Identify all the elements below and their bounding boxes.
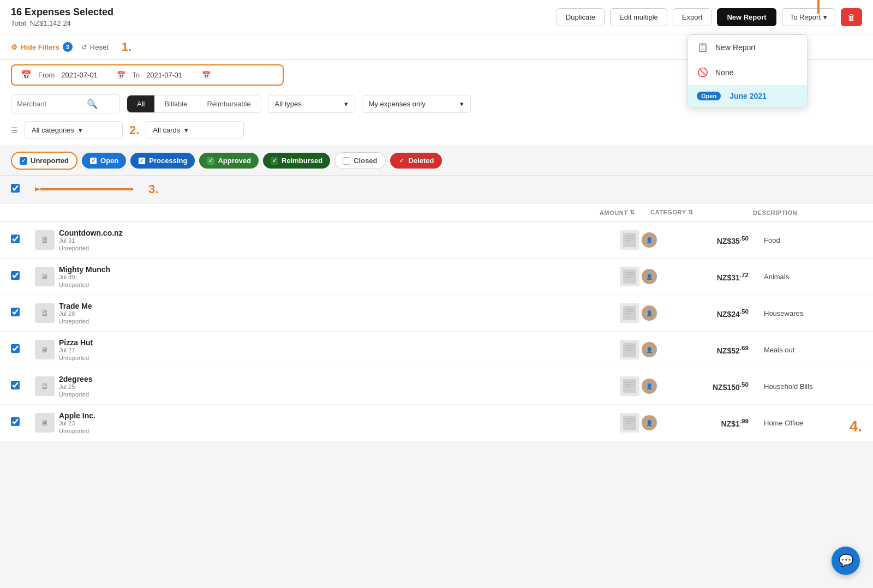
unreported-checkbox: ✓ <box>20 157 27 165</box>
new-report-icon: 📋 <box>697 41 709 53</box>
receipt-thumb-3 <box>620 303 639 323</box>
all-types-label: All types <box>275 100 302 108</box>
row-category-1: Food <box>753 236 862 244</box>
delete-button[interactable]: 🗑 <box>841 8 862 26</box>
row-checkbox-2[interactable] <box>11 271 31 282</box>
approved-label: Approved <box>218 157 251 165</box>
svg-rect-20 <box>623 379 636 393</box>
selection-title: 16 Expenses Selected <box>11 7 113 18</box>
receipt-thumb-4 <box>620 340 639 359</box>
trash-icon: 🗑 <box>847 13 856 22</box>
dropdown-june-2021[interactable]: Open June 2021 <box>688 85 807 107</box>
row-thumbnails-6: 👤 <box>620 413 657 433</box>
reimbursed-checkbox: ✓ <box>271 157 278 165</box>
date-range-box: 📅 From 📅 To 📅 <box>11 64 284 86</box>
step1-annotation: 1. <box>122 40 131 54</box>
row-merchant-3: Trade Me Jul 28 Unreported <box>59 302 615 325</box>
select-all-checkbox[interactable] <box>11 184 20 193</box>
all-types-dropdown[interactable]: All types ▾ <box>268 95 355 113</box>
selection-info: 16 Expenses Selected Total: NZ$1,142.24 <box>11 7 113 27</box>
avatar-5: 👤 <box>642 379 657 394</box>
status-chip-deleted[interactable]: ✓ Deleted <box>390 153 442 169</box>
status-chip-open[interactable]: ✓ Open <box>82 153 126 169</box>
dropdown-new-report[interactable]: 📋 New Report <box>688 35 807 60</box>
closed-label: Closed <box>354 157 377 165</box>
receipt-thumb-6 <box>620 413 639 433</box>
th-amount[interactable]: AMOUNT ⇅ <box>548 209 635 216</box>
my-expenses-dropdown[interactable]: My expenses only ▾ <box>362 95 471 113</box>
to-calendar-icon[interactable]: 📅 <box>202 71 211 79</box>
row-amount-4: NZ$52.69 <box>661 344 749 355</box>
sort-icon: ⇅ <box>630 209 635 216</box>
chevron-down-icon: ▾ <box>344 100 348 108</box>
row-checkbox-5[interactable] <box>11 381 31 392</box>
merchant-search-input[interactable] <box>17 100 82 108</box>
row-category-5: Household Bills <box>753 382 862 391</box>
status-chip-unreported[interactable]: ✓ Unreported <box>11 152 77 170</box>
sort-icon: ⇅ <box>688 209 693 215</box>
from-date-input[interactable] <box>61 71 110 79</box>
tab-billable[interactable]: Billable <box>154 95 197 112</box>
avatar-3: 👤 <box>642 305 657 321</box>
merchant-icon-2: 🖥 <box>35 267 55 286</box>
top-bar: 16 Expenses Selected Total: NZ$1,142.24 … <box>0 0 873 34</box>
status-chip-reimbursed[interactable]: ✓ Reimbursed <box>263 153 330 169</box>
row-amount-1: NZ$35.50 <box>661 235 749 245</box>
row-category-4: Meals out <box>753 346 862 354</box>
merchant-icon-5: 🖥 <box>35 376 55 396</box>
selection-total: Total: NZ$1,142.24 <box>11 19 113 27</box>
from-label: From <box>38 71 55 79</box>
all-cards-dropdown[interactable]: All cards ▾ <box>146 121 244 139</box>
duplicate-button[interactable]: Duplicate <box>557 8 605 26</box>
tab-all[interactable]: All <box>127 95 154 112</box>
row-amount-5: NZ$150.50 <box>661 381 749 392</box>
open-badge: Open <box>697 92 721 100</box>
chevron-down-icon: ▾ <box>823 13 827 21</box>
new-report-button[interactable]: New Report <box>717 8 776 26</box>
row-merchant-5: 2degrees Jul 25 Unreported <box>59 375 615 398</box>
open-checkbox: ✓ <box>89 157 97 165</box>
step2-annotation: 2. <box>129 123 139 137</box>
none-icon: 🚫 <box>697 67 709 79</box>
status-chip-processing[interactable]: ✓ Processing <box>130 153 195 169</box>
row-checkbox-3[interactable] <box>11 308 31 319</box>
filter-icon2: ☰ <box>11 126 18 135</box>
row-amount-2: NZ$31.72 <box>661 271 749 282</box>
select-all-arrow <box>35 181 144 197</box>
deleted-label: Deleted <box>409 157 434 165</box>
filter-icon: ⚙ <box>11 43 17 51</box>
row-checkbox-1[interactable] <box>11 235 31 245</box>
row-merchant-4: Pizza Hut Jul 27 Unreported <box>59 338 615 361</box>
tab-reimbursable[interactable]: Reimbursable <box>197 95 260 112</box>
th-category[interactable]: CATEGORY ⇅ <box>639 209 749 216</box>
status-filters: ✓ Unreported ✓ Open ✓ Processing ✓ Appro… <box>0 146 873 176</box>
to-report-dropdown: 📋 New Report 🚫 None Open June 2021 <box>687 34 808 107</box>
avatar-2: 👤 <box>642 269 657 284</box>
dropdown-june-label: June 2021 <box>730 92 767 100</box>
hide-filters-button[interactable]: ⚙ Hide Filters 3 <box>11 42 73 52</box>
row-checkbox-4[interactable] <box>11 344 31 355</box>
svg-rect-4 <box>623 233 636 247</box>
export-button[interactable]: Export <box>673 8 712 26</box>
table-row: 🖥 2degrees Jul 25 Unreported 👤 NZ$150.50… <box>0 368 873 405</box>
calendar-icon: 📅 <box>21 70 32 80</box>
reset-button[interactable]: ↺ Reset <box>81 43 109 51</box>
dropdown-none[interactable]: 🚫 None <box>688 60 807 85</box>
top-actions: Duplicate Edit multiple Export New Repor… <box>557 8 862 26</box>
status-chip-closed[interactable]: Closed <box>334 152 385 169</box>
deleted-checkbox: ✓ <box>398 157 405 165</box>
edit-multiple-button[interactable]: Edit multiple <box>610 8 667 26</box>
all-categories-label: All categories <box>32 126 74 134</box>
unreported-label: Unreported <box>31 157 69 165</box>
avatar-6: 👤 <box>642 415 657 430</box>
row-checkbox-6[interactable] <box>11 417 31 428</box>
all-categories-dropdown[interactable]: All categories ▾ <box>25 121 123 139</box>
from-calendar-icon[interactable]: 📅 <box>117 71 125 79</box>
table-row: 🖥 Apple Inc. Jul 23 Unreported 👤 NZ$1.99… <box>0 405 873 441</box>
to-date-input[interactable] <box>146 71 195 79</box>
table-row: 🖥 Pizza Hut Jul 27 Unreported 👤 NZ$52.69… <box>0 332 873 368</box>
to-report-button[interactable]: To Report ▾ <box>782 8 835 26</box>
billable-tab-group: All Billable Reimbursable <box>127 95 261 113</box>
svg-rect-16 <box>623 343 636 357</box>
status-chip-approved[interactable]: ✓ Approved <box>199 153 259 169</box>
